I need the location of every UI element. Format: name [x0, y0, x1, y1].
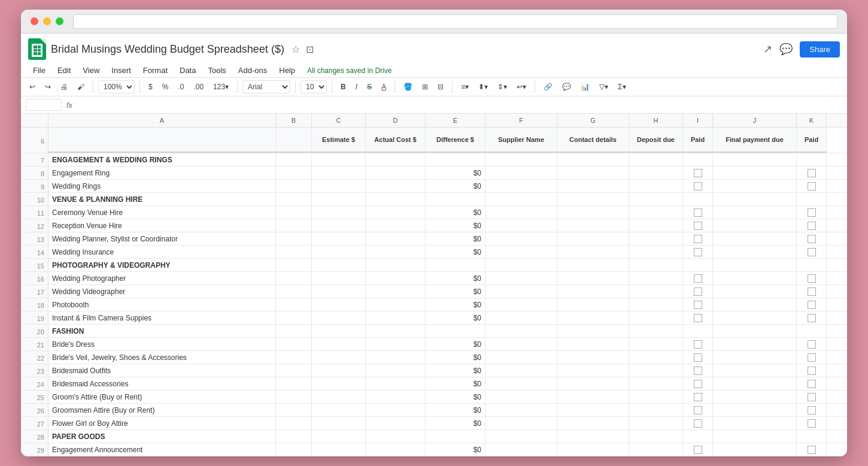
text-rotation-button[interactable]: ⇕▾	[494, 81, 511, 93]
final-paid-checkbox[interactable]	[808, 314, 816, 322]
cell-h[interactable]	[629, 351, 683, 364]
cell-a[interactable]: Bridesmaid Outfits	[48, 364, 276, 377]
decimal-more-button[interactable]: .00	[190, 81, 207, 93]
cell-k-paid2[interactable]	[797, 338, 827, 350]
cell-a[interactable]: Wedding Insurance	[48, 246, 276, 258]
cell-j[interactable]	[713, 285, 797, 298]
cell-d[interactable]	[366, 193, 426, 205]
paid-checkbox[interactable]	[694, 274, 702, 283]
cell-f[interactable]	[485, 443, 557, 456]
table-row[interactable]: 22Bride's Veil, Jewelry, Shoes & Accesso…	[21, 351, 847, 364]
col-header-b[interactable]: B	[276, 114, 312, 127]
cell-d[interactable]	[366, 377, 426, 390]
cell-a[interactable]: Wedding Videographer	[48, 285, 276, 298]
url-bar[interactable]	[73, 14, 837, 29]
cell-j[interactable]	[713, 443, 797, 456]
menu-file[interactable]: File	[28, 63, 50, 77]
cell-a[interactable]: PAPER GOODS	[48, 430, 276, 443]
italic-button[interactable]: I	[352, 81, 361, 93]
cell-d[interactable]	[366, 364, 426, 377]
cell-g[interactable]	[557, 430, 629, 443]
col-header-c[interactable]: C	[312, 114, 366, 127]
final-paid-checkbox[interactable]	[808, 208, 816, 217]
final-paid-checkbox[interactable]	[808, 222, 816, 230]
cell-i-paid[interactable]	[683, 364, 713, 377]
cell-d[interactable]	[366, 180, 426, 192]
cell-i-paid[interactable]	[683, 417, 713, 429]
cell-k-paid2[interactable]	[797, 377, 827, 390]
cell-k-paid2[interactable]	[797, 219, 827, 232]
cell-c[interactable]	[312, 377, 366, 390]
cell-f[interactable]	[485, 404, 557, 416]
cell-e[interactable]: $0	[426, 417, 485, 429]
cell-i-paid[interactable]	[683, 167, 713, 179]
cell-e[interactable]	[426, 193, 485, 205]
cell-i-paid[interactable]	[683, 311, 713, 324]
cell-d[interactable]	[366, 417, 426, 429]
cell-a[interactable]: Wedding Rings	[48, 180, 276, 192]
cell-k-paid2[interactable]	[797, 325, 827, 337]
cell-h[interactable]	[629, 417, 683, 429]
paid-checkbox[interactable]	[694, 406, 702, 414]
cell-g[interactable]	[557, 259, 629, 271]
cell-j[interactable]	[713, 417, 797, 429]
cell-i-paid[interactable]	[683, 351, 713, 364]
cell-i-paid[interactable]	[683, 377, 713, 390]
cell-c[interactable]	[312, 259, 366, 271]
cell-h[interactable]	[629, 153, 683, 166]
table-row[interactable]: 26Groomsmen Attire (Buy or Rent)$0	[21, 404, 847, 417]
cell-d[interactable]	[366, 430, 426, 443]
cell-h[interactable]	[629, 285, 683, 298]
cell-i-paid[interactable]	[683, 285, 713, 298]
cell-k-paid2[interactable]	[797, 206, 827, 219]
col-header-a[interactable]: A	[48, 114, 276, 127]
cell-b[interactable]	[276, 377, 312, 390]
cell-b[interactable]	[276, 364, 312, 377]
cell-f[interactable]	[485, 259, 557, 271]
cell-h[interactable]	[629, 259, 683, 271]
final-paid-checkbox[interactable]	[808, 340, 816, 349]
cell-c[interactable]	[312, 443, 366, 456]
cell-k-paid2[interactable]	[797, 443, 827, 456]
borders-button[interactable]: ⊞	[418, 81, 432, 93]
cell-d[interactable]	[366, 443, 426, 456]
cell-b[interactable]	[276, 153, 312, 166]
cell-f[interactable]	[485, 232, 557, 245]
final-paid-checkbox[interactable]	[808, 353, 816, 362]
cell-g[interactable]	[557, 167, 629, 179]
col-header-f[interactable]: F	[485, 114, 557, 127]
cell-c[interactable]	[312, 338, 366, 350]
cell-c[interactable]	[312, 311, 366, 324]
cell-g[interactable]	[557, 338, 629, 350]
paid-checkbox[interactable]	[694, 340, 702, 349]
cell-g[interactable]	[557, 351, 629, 364]
cell-k-paid2[interactable]	[797, 311, 827, 324]
cell-g[interactable]	[557, 391, 629, 403]
final-paid-checkbox[interactable]	[808, 367, 816, 375]
cell-i-paid[interactable]	[683, 298, 713, 311]
col-header-e[interactable]: E	[426, 114, 485, 127]
cell-a[interactable]: Bridesmaid Accessories	[48, 377, 276, 390]
cell-g[interactable]	[557, 364, 629, 377]
cell-g[interactable]	[557, 246, 629, 258]
bold-button[interactable]: B	[337, 81, 350, 93]
cell-j[interactable]	[713, 219, 797, 232]
cell-i-paid[interactable]	[683, 443, 713, 456]
paid-checkbox[interactable]	[694, 353, 702, 362]
cell-k-paid2[interactable]	[797, 153, 827, 166]
cell-c[interactable]	[312, 206, 366, 219]
final-paid-checkbox[interactable]	[808, 393, 816, 401]
cell-j[interactable]	[713, 338, 797, 350]
cell-e[interactable]: $0	[426, 404, 485, 416]
cell-g[interactable]	[557, 325, 629, 337]
cell-h[interactable]	[629, 232, 683, 245]
cell-j[interactable]	[713, 377, 797, 390]
cell-g[interactable]	[557, 417, 629, 429]
final-paid-checkbox[interactable]	[808, 446, 816, 454]
cell-g[interactable]	[557, 206, 629, 219]
cell-f[interactable]	[485, 430, 557, 443]
cell-f[interactable]	[485, 206, 557, 219]
cell-d[interactable]	[366, 338, 426, 350]
cell-j[interactable]	[713, 364, 797, 377]
cell-d[interactable]	[366, 232, 426, 245]
